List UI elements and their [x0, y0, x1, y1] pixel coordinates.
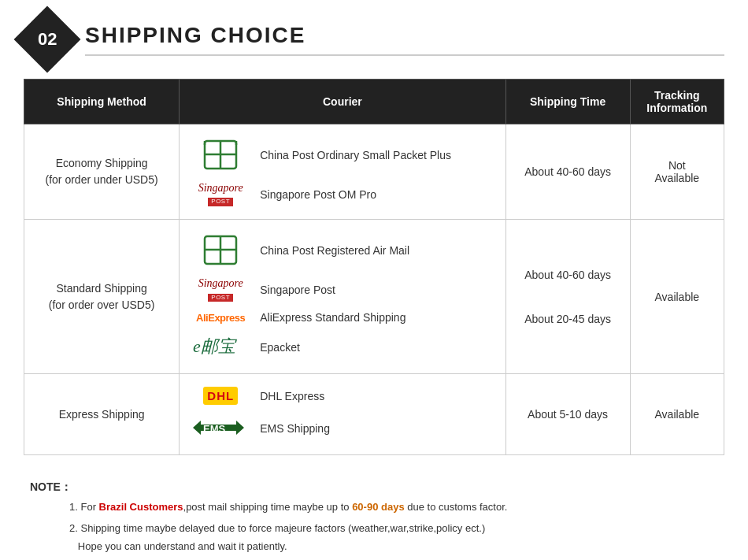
courier-name: Epacket	[260, 341, 300, 354]
courier-standard: China Post Registered Air Mail Singapore…	[180, 220, 505, 374]
chinapost-icon2	[201, 232, 240, 268]
courier-name: AliExpress Standard Shipping	[260, 311, 405, 324]
sgpost-wordmark: Singapore	[198, 182, 243, 194]
table-header-row: Shipping Method Courier Shipping Time Tr…	[24, 80, 724, 124]
table-row: Express Shipping DHL DHL Express EMS	[24, 374, 724, 455]
ems-icon: EMS	[193, 414, 248, 442]
notes-section: NOTE： For Brazil Customers,post mail shi…	[24, 469, 724, 560]
courier-row-sgpost1: Singapore POST Singapore Post OM Pro	[189, 177, 495, 211]
tracking-express: Available	[630, 374, 724, 455]
notes-list: For Brazil Customers,post mail shipping …	[69, 498, 718, 556]
courier-name: China Post Ordinary Small Packet Plus	[260, 149, 451, 161]
note-label: NOTE：	[30, 480, 72, 493]
courier-express: DHL DHL Express EMS EMS Shipping	[180, 374, 505, 455]
epacket-icon: e邮宝	[191, 333, 250, 361]
aliexpress-logo: AliExpress	[189, 312, 252, 324]
courier-row-chinapost2: China Post Registered Air Mail	[189, 228, 495, 273]
time-economy: About 40-60 days	[505, 124, 630, 220]
col-header-method: Shipping Method	[24, 80, 180, 124]
svg-text:EMS: EMS	[203, 423, 226, 435]
col-header-courier: Courier	[180, 80, 505, 124]
time-standard: About 40-60 days About 20-45 days	[505, 220, 630, 374]
col-header-time: Shipping Time	[505, 80, 630, 124]
sgpost-logo2: Singapore POST	[189, 277, 252, 302]
header-number: 02	[38, 29, 57, 50]
dhl-logo: DHL	[189, 387, 252, 405]
courier-name: Singapore Post	[260, 284, 335, 296]
courier-row-aliexpress: AliExpress AliExpress Standard Shipping	[189, 306, 495, 328]
method-express: Express Shipping	[24, 374, 180, 455]
courier-name: Singapore Post OM Pro	[260, 188, 376, 201]
chinapost-icon	[201, 137, 240, 172]
note-item-1: For Brazil Customers,post mail shipping …	[69, 498, 718, 516]
courier-name: DHL Express	[260, 390, 324, 402]
svg-text:e邮宝: e邮宝	[193, 336, 237, 356]
chinapost-logo2	[189, 232, 252, 268]
courier-row-epacket: e邮宝 Epacket	[189, 328, 495, 365]
method-economy: Economy Shipping(for order under USD5)	[24, 124, 180, 220]
header-diamond: 02	[14, 6, 81, 73]
courier-name: China Post Registered Air Mail	[260, 244, 409, 257]
courier-economy: China Post Ordinary Small Packet Plus Si…	[180, 124, 505, 220]
page-title: SHIPPING CHOICE	[85, 23, 724, 56]
courier-row-chinapost1: China Post Ordinary Small Packet Plus	[189, 132, 495, 177]
table-row: Standard Shipping(for order over USD5) C…	[24, 220, 724, 374]
col-header-tracking: TrackingInformation	[630, 80, 724, 124]
courier-row-ems: EMS EMS Shipping	[189, 410, 495, 447]
courier-row-dhl: DHL DHL Express	[189, 382, 495, 410]
time-express: About 5-10 days	[505, 374, 630, 455]
courier-row-sgpost2: Singapore POST Singapore Post	[189, 273, 495, 306]
note-highlight-days: 60-90 days	[352, 501, 405, 513]
time-standard-2: About 20-45 days	[516, 313, 620, 325]
sgpost-logo1: Singapore POST	[189, 182, 252, 206]
aliexpress-wordmark: AliExpress	[196, 312, 245, 324]
time-standard-1: About 40-60 days	[516, 269, 620, 281]
table-row: Economy Shipping(for order under USD5)	[24, 124, 724, 220]
note-item-2: Shipping time maybe delayed due to force…	[69, 519, 718, 556]
sgpost-sub: POST	[208, 198, 233, 206]
shipping-table: Shipping Method Courier Shipping Time Tr…	[24, 79, 724, 455]
method-standard: Standard Shipping(for order over USD5)	[24, 220, 180, 374]
dhl-wordmark: DHL	[203, 387, 238, 405]
ems-logo: EMS	[189, 414, 252, 442]
page-header: 02 SHIPPING CHOICE	[24, 16, 724, 63]
tracking-standard: Available	[630, 220, 724, 374]
note-highlight-brazil: Brazil Customers	[99, 501, 183, 513]
epacket-logo: e邮宝	[189, 333, 252, 361]
chinapost-logo	[189, 137, 252, 172]
courier-name: EMS Shipping	[260, 422, 330, 435]
tracking-economy: NotAvailable	[630, 124, 724, 220]
